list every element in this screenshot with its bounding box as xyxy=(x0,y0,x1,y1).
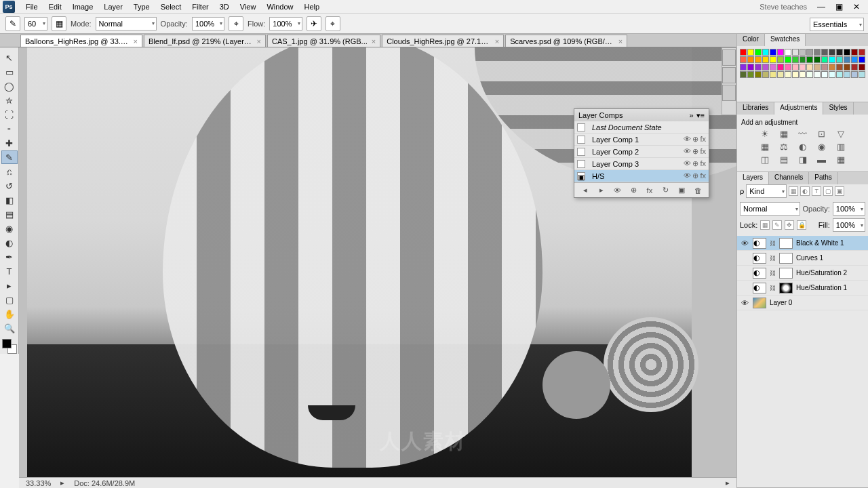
swatch[interactable] xyxy=(859,64,865,70)
menu-image[interactable]: Image xyxy=(67,1,99,12)
adjustments-tab[interactable]: Adjustments xyxy=(774,102,823,115)
paths-tab[interactable]: Paths xyxy=(809,172,838,184)
appearance-icon[interactable]: fx xyxy=(700,147,706,156)
swatch[interactable] xyxy=(829,49,835,56)
pressure-size-button[interactable]: ⌖ xyxy=(326,16,340,31)
layer-row[interactable]: ◐⛓Curves 1 xyxy=(737,251,868,266)
update-visibility-button[interactable]: 👁 xyxy=(611,186,623,195)
channel-mixer-adjustment[interactable]: ▥ xyxy=(835,142,847,152)
mask-thumbnail[interactable] xyxy=(779,283,793,293)
delete-comp-button[interactable]: 🗑 xyxy=(692,186,704,195)
shape-tool[interactable]: ▢ xyxy=(1,293,18,306)
prev-comp-button[interactable]: ◂ xyxy=(579,186,591,195)
close-tab-icon[interactable]: × xyxy=(134,37,138,45)
blur-tool[interactable]: ◉ xyxy=(1,222,18,235)
marquee-tool[interactable]: ▭ xyxy=(1,65,18,79)
close-tab-icon[interactable]: × xyxy=(618,37,623,45)
curves-adjustment[interactable]: 〰 xyxy=(797,129,809,140)
airbrush-button[interactable]: ✈ xyxy=(307,16,321,31)
filter-adjust-icon[interactable]: ◐ xyxy=(800,186,810,196)
visibility-toggle[interactable]: 👁 xyxy=(740,299,749,307)
layer-fill-select[interactable]: 100% xyxy=(833,218,865,232)
swatch[interactable] xyxy=(806,71,813,78)
hue-adjustment[interactable]: ▦ xyxy=(759,142,771,152)
selective-color-adjustment[interactable]: ▦ xyxy=(835,155,847,165)
menu-filter[interactable]: Filter xyxy=(186,1,214,12)
channels-tab[interactable]: Channels xyxy=(769,172,809,184)
close-button[interactable]: ✕ xyxy=(848,1,865,13)
document-tab[interactable]: Balloons_HighRes.jpg @ 33.3% (Black & Wh… xyxy=(20,35,142,47)
swatch[interactable] xyxy=(792,71,799,78)
swatch[interactable] xyxy=(770,71,776,78)
visibility-icon[interactable]: 👁 xyxy=(684,159,691,168)
swatch[interactable] xyxy=(821,71,828,78)
menu-3d[interactable]: 3D xyxy=(214,1,235,12)
move-tool[interactable]: ↖ xyxy=(1,51,18,64)
lock-position-icon[interactable]: ✥ xyxy=(785,220,794,230)
swatch[interactable] xyxy=(844,64,850,70)
bw-adjustment[interactable]: ◐ xyxy=(797,142,809,152)
visibility-icon[interactable]: 👁 xyxy=(684,135,691,144)
swatch[interactable] xyxy=(859,71,865,78)
appearance-icon[interactable]: fx xyxy=(700,159,706,168)
menu-layer[interactable]: Layer xyxy=(98,1,128,12)
swatch[interactable] xyxy=(740,49,747,56)
swatch[interactable] xyxy=(821,56,828,63)
swatch[interactable] xyxy=(851,71,858,78)
panel-menu-icon[interactable]: ▾≡ xyxy=(696,111,705,120)
menu-window[interactable]: Window xyxy=(261,1,298,12)
swatch[interactable] xyxy=(829,56,835,63)
layer-row[interactable]: ◐⛓Hue/Saturation 1 xyxy=(737,281,868,296)
zoom-tool[interactable]: 🔍 xyxy=(1,321,18,335)
brightness-adjustment[interactable]: ☀ xyxy=(759,129,771,140)
layer-row[interactable]: 👁Layer 0 xyxy=(737,296,868,310)
clone-stamp-tool[interactable]: ⎌ xyxy=(1,165,18,178)
levels-adjustment[interactable]: ▦ xyxy=(778,129,790,140)
adjustment-thumbnail[interactable]: ◐ xyxy=(753,283,766,293)
swatch[interactable] xyxy=(762,71,769,78)
swatch[interactable] xyxy=(806,49,813,56)
layer-opacity-select[interactable]: 100% xyxy=(833,202,865,216)
menu-select[interactable]: Select xyxy=(155,1,187,12)
scroll-right-icon[interactable]: ▸ xyxy=(726,479,730,487)
brush-size-select[interactable]: 60 xyxy=(24,17,47,30)
filter-pixel-icon[interactable]: ▦ xyxy=(789,186,798,196)
swatch[interactable] xyxy=(770,64,776,70)
swatch[interactable] xyxy=(777,56,784,63)
swatch[interactable] xyxy=(851,64,858,70)
swatch[interactable] xyxy=(747,64,754,70)
swatch[interactable] xyxy=(792,64,799,70)
mask-thumbnail[interactable] xyxy=(779,253,793,264)
close-tab-icon[interactable]: × xyxy=(495,37,499,45)
position-icon[interactable]: ⊕ xyxy=(692,159,698,168)
update-comp-button[interactable]: ↻ xyxy=(660,186,672,195)
pressure-opacity-button[interactable]: ⌖ xyxy=(229,16,243,31)
swatch[interactable] xyxy=(806,56,813,63)
adjustment-thumbnail[interactable]: ◐ xyxy=(753,253,766,264)
layer-row[interactable]: 👁◐⛓Black & White 1 xyxy=(737,236,868,251)
swatch[interactable] xyxy=(821,49,828,56)
path-select-tool[interactable]: ▸ xyxy=(1,279,18,292)
position-icon[interactable]: ⊕ xyxy=(692,147,698,156)
document-tab[interactable]: CAS_1.jpg @ 31.9% (RGB...× xyxy=(267,35,380,47)
menu-view[interactable]: View xyxy=(235,1,262,12)
swatch[interactable] xyxy=(814,49,821,56)
type-tool[interactable]: T xyxy=(1,264,18,278)
pen-tool[interactable]: ✒ xyxy=(1,250,18,264)
layer-comp-row[interactable]: Layer Comp 3👁 ⊕ fx xyxy=(574,158,709,170)
eraser-tool[interactable]: ◧ xyxy=(1,193,18,207)
swatch[interactable] xyxy=(859,49,865,56)
swatch[interactable] xyxy=(800,64,806,70)
swatch[interactable] xyxy=(747,71,754,78)
swatch[interactable] xyxy=(762,56,769,63)
swatch[interactable] xyxy=(836,64,843,70)
document-tab[interactable]: Scarves.psd @ 109% (RGB/8...× xyxy=(505,35,627,47)
visibility-icon[interactable]: 👁 xyxy=(684,147,691,156)
swatch[interactable] xyxy=(762,64,769,70)
menu-file[interactable]: File xyxy=(20,1,43,12)
layer-comp-row[interactable]: ▣H/S👁 ⊕ fx xyxy=(574,170,709,182)
gradient-map-adjustment[interactable]: ▬ xyxy=(816,155,828,165)
swatch[interactable] xyxy=(800,49,806,56)
brush-panel-button[interactable]: ▦ xyxy=(52,16,66,31)
swatch[interactable] xyxy=(829,64,835,70)
